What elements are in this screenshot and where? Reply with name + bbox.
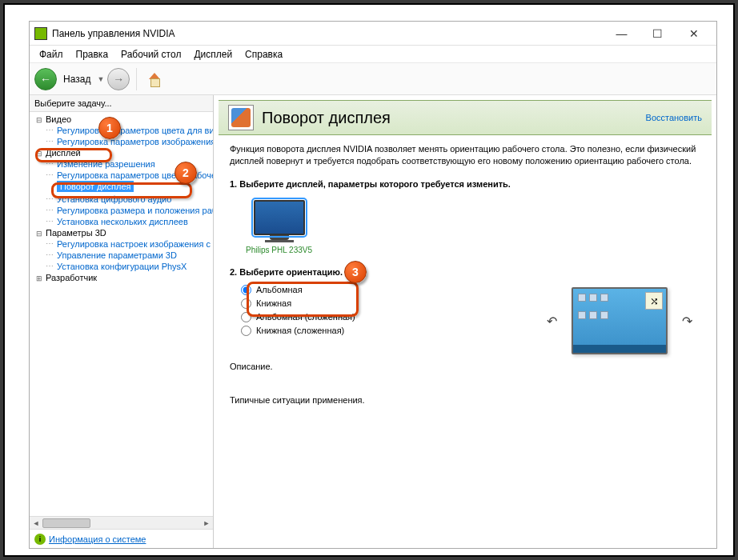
home-button[interactable] [143,68,166,90]
window-title: Панель управления NVIDIA [52,28,604,39]
monitor-icon [254,200,305,235]
preview-rotate-icon: ⤭ [645,292,663,310]
tree-group-3d[interactable]: Параметры 3D [30,227,213,238]
radio-label: Альбомная [256,285,303,294]
page-title: Поворот дисплея [262,109,646,127]
radio-label: Альбомная (сложенная) [256,312,355,322]
scroll-thumb[interactable] [42,518,90,528]
annotation-marker-1: 1 [98,117,121,139]
forward-button[interactable]: → [107,68,130,90]
scroll-right-icon[interactable]: ► [200,517,213,530]
step1-title: 1. Выберите дисплей, параметры которого … [230,179,700,189]
content-header: Поворот дисплея Восстановить [219,100,712,135]
radio-portrait-flipped[interactable] [241,326,251,336]
description-heading: Описание. [230,362,700,371]
sidebar-footer: i Информация о системе [30,529,213,548]
back-label: Назад [63,74,90,85]
radio-label: Книжная [256,298,291,308]
toolbar-separator [136,68,137,90]
scroll-left-icon[interactable]: ◄ [30,517,42,530]
typical-heading: Типичные ситуации применения. [230,395,700,405]
back-button[interactable]: ← [34,68,57,90]
annotation-marker-3: 3 [344,261,367,283]
tree-item-video-image[interactable]: Регулировка параметров изображения д [30,136,213,147]
menu-help[interactable]: Справка [239,47,289,62]
minimize-button[interactable]: — [604,22,640,45]
rotate-display-icon [228,105,254,130]
preview-monitor: ⤭ [572,287,668,354]
radio-landscape-flipped[interactable] [241,312,251,322]
app-window: Панель управления NVIDIA — ☐ ✕ Файл Прав… [29,21,717,549]
titlebar: Панель управления NVIDIA — ☐ ✕ [30,22,716,46]
tree-group-developer[interactable]: Разработчик [30,272,213,283]
monitor-base [265,240,294,242]
preview-row: ↶ ⤭ ↷ [547,287,692,354]
radio-portrait[interactable] [241,298,251,309]
toolbar: ← Назад ▼ → [30,63,716,95]
back-dropdown-icon[interactable]: ▼ [97,75,104,83]
tree-item-size-position[interactable]: Регулировка размера и положения рабо [30,205,213,216]
page-description: Функция поворота дисплея NVIDIA позволяе… [230,143,700,168]
preview-desktop-icons [578,294,610,326]
sidebar-title: Выберите задачу... [30,95,213,112]
menu-display[interactable]: Дисплей [187,47,239,62]
restore-link[interactable]: Восстановить [646,113,702,122]
maximize-button[interactable]: ☐ [640,22,676,45]
monitor-label: Philips PHL 233V5 [246,246,312,254]
annotation-marker-2: 2 [174,162,197,184]
display-item[interactable]: Philips PHL 233V5 [246,200,312,254]
menu-desktop[interactable]: Рабочий стол [114,47,187,62]
info-icon: i [34,534,46,545]
content-body: Функция поворота дисплея NVIDIA позволяе… [214,135,716,548]
tree-item-rotate-display[interactable]: Поворот дисплея [57,181,134,192]
menu-file[interactable]: Файл [33,47,70,62]
tree-item-video-color[interactable]: Регулировка параметров цвета для вид [30,125,213,136]
menu-edit[interactable]: Правка [70,47,115,62]
rotate-ccw-button[interactable]: ↶ [547,314,557,329]
menubar: Файл Правка Рабочий стол Дисплей Справка [30,46,716,63]
preview-taskbar [573,345,666,353]
body: Выберите задачу... Видео Регулировка пар… [30,95,716,548]
system-info-link[interactable]: Информация о системе [49,534,146,544]
rotate-cw-button[interactable]: ↷ [682,314,692,329]
content-pane: Поворот дисплея Восстановить Функция пов… [214,95,716,548]
radio-label: Книжная (сложенная) [256,326,344,335]
sidebar-scrollbar[interactable]: ◄ ► [30,516,213,529]
close-button[interactable]: ✕ [676,22,712,45]
tree-item-multi-display[interactable]: Установка нескольких дисплеев [30,216,213,227]
tree-item-3d-image[interactable]: Регулировка настроек изображения с пр [30,238,213,250]
step2-title: 2. Выберите ориентацию. [230,267,700,277]
tree-group-video[interactable]: Видео [30,114,213,125]
radio-landscape[interactable] [241,285,251,295]
tree-item-physx[interactable]: Установка конфигурации PhysX [30,261,213,272]
tree-item-digital-audio[interactable]: Установка цифрового аудио [30,194,213,205]
tree-item-manage-3d[interactable]: Управление параметрами 3D [30,250,213,261]
home-icon [147,73,162,86]
nvidia-icon [34,27,47,40]
screenshot-frame: Панель управления NVIDIA — ☐ ✕ Файл Прав… [3,3,735,557]
tree-group-display[interactable]: Дисплей [30,147,213,158]
